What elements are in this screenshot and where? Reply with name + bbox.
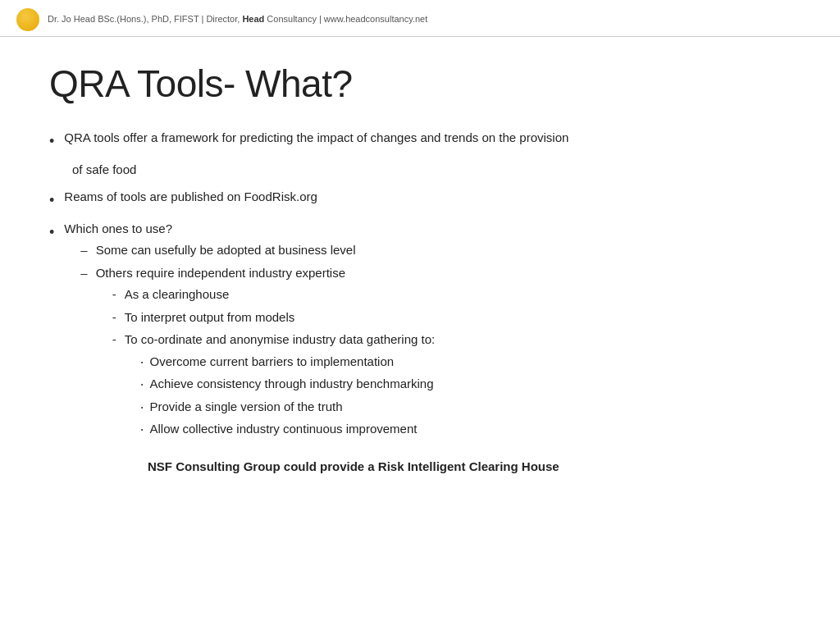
main-bullet-list: • QRA tools offer a framework for predic… bbox=[49, 129, 791, 451]
page-title: QRA Tools- What? bbox=[49, 62, 791, 106]
nested-bullet-list: • Overcome current barriers to implement… bbox=[125, 353, 436, 439]
list-item: - To co-ordinate and anonymise industry … bbox=[112, 331, 436, 443]
bullet-dot-icon: • bbox=[49, 130, 54, 153]
bullet-icon: • bbox=[141, 358, 144, 368]
nested-bullet-text: Achieve consistency through industry ben… bbox=[149, 375, 433, 394]
nested-bullet-text: Provide a single version of the truth bbox=[149, 398, 342, 417]
sub-sub-text: To co-ordinate and anonymise industry da… bbox=[125, 331, 436, 443]
nested-bullet-text: Allow collective industry continuous imp… bbox=[149, 420, 417, 439]
list-item: • Overcome current barriers to implement… bbox=[141, 353, 436, 372]
list-item: • Allow collective industry continuous i… bbox=[141, 420, 436, 439]
bullet-dot-icon: • bbox=[49, 189, 54, 212]
bullet-text: Which ones to use? – Some can usefully b… bbox=[64, 220, 791, 451]
bullet-text: Reams of tools are published on FoodRisk… bbox=[64, 188, 791, 207]
list-item: - As a clearinghouse bbox=[112, 285, 436, 304]
bullet-icon: • bbox=[141, 380, 144, 390]
dash-icon: - bbox=[112, 331, 116, 349]
dash-icon: - bbox=[112, 285, 116, 304]
bullet-text: QRA tools offer a framework for predicti… bbox=[64, 129, 791, 148]
sub-sub-list: - As a clearinghouse - To interpret outp… bbox=[96, 285, 436, 443]
list-item: - To interpret output from models bbox=[112, 308, 436, 327]
bullet-dot-icon: • bbox=[49, 221, 54, 244]
list-item: • Achieve consistency through industry b… bbox=[141, 375, 436, 394]
list-item: • Provide a single version of the truth bbox=[141, 398, 436, 417]
nsf-statement: NSF Consulting Group could provide a Ris… bbox=[148, 459, 791, 473]
dash-icon: – bbox=[80, 241, 87, 260]
list-item: • Reams of tools are published on FoodRi… bbox=[49, 188, 791, 212]
dash-icon: – bbox=[80, 264, 87, 283]
list-item: – Others require independent industry ex… bbox=[80, 264, 791, 447]
dash-icon: - bbox=[112, 308, 116, 327]
list-item: • QRA tools offer a framework for predic… bbox=[49, 129, 791, 153]
sub-item-text: Some can usefully be adopted at business… bbox=[96, 241, 356, 260]
bullet-continuation: of safe food bbox=[72, 161, 791, 180]
main-content: QRA Tools- What? • QRA tools offer a fra… bbox=[0, 37, 840, 490]
nested-bullet-text: Overcome current barriers to implementat… bbox=[149, 353, 394, 372]
sub-sub-text: To interpret output from models bbox=[125, 308, 295, 327]
sub-list: – Some can usefully be adopted at busine… bbox=[64, 241, 791, 447]
list-item: – Some can usefully be adopted at busine… bbox=[80, 241, 791, 260]
sub-sub-text: As a clearinghouse bbox=[125, 285, 230, 304]
list-item: • Which ones to use? – Some can usefully… bbox=[49, 220, 791, 451]
bullet-icon: • bbox=[141, 403, 144, 413]
header-text: Dr. Jo Head BSc.(Hons.), PhD, FIFST | Di… bbox=[48, 13, 427, 25]
company-logo bbox=[16, 8, 39, 31]
bullet-icon: • bbox=[141, 425, 144, 435]
sub-item-text: Others require independent industry expe… bbox=[96, 264, 436, 447]
page-header: Dr. Jo Head BSc.(Hons.), PhD, FIFST | Di… bbox=[0, 0, 840, 37]
